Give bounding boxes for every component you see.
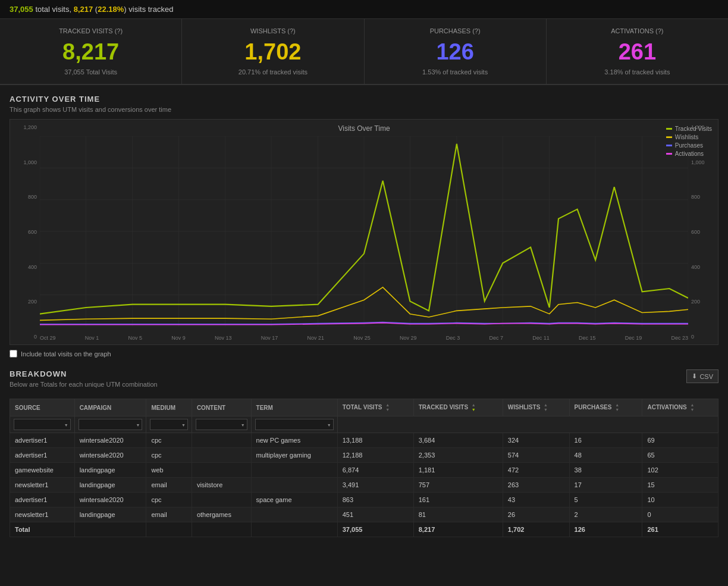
legend-tracked-visits-color — [666, 128, 672, 130]
col-content: CONTENT — [192, 399, 251, 416]
x-labels: Oct 29 Nov 1 Nov 5 Nov 9 Nov 13 Nov 17 N… — [10, 334, 718, 342]
stat-card-0: TRACKED VISITS (?) 8,217 37,055 Total Vi… — [0, 19, 182, 84]
col-medium: MEDIUM — [146, 399, 192, 416]
topbar-text-before: total visits, — [35, 5, 71, 14]
sort-tracked-visits-icon: ▲▼ — [472, 403, 476, 412]
tracked-pct: 22.18% — [98, 5, 124, 14]
breakdown-header: BREAKDOWN Below are Totals for each uniq… — [0, 362, 728, 396]
chart-title: Visits Over Time — [10, 120, 718, 135]
col-activations[interactable]: ACTIVATIONS ▲▼ — [642, 399, 718, 416]
col-wishlists[interactable]: WISHLISTS ▲▼ — [503, 399, 569, 416]
stat-label-1: WISHLISTS (?) — [192, 27, 354, 35]
col-tracked-visits[interactable]: TRACKED VISITS ▲▼ — [413, 399, 503, 416]
checkbox-label: Include total visits on the graph — [21, 350, 111, 358]
stat-label-2: PURCHASES (?) — [374, 27, 536, 35]
filter-content-wrap[interactable] — [196, 419, 247, 430]
topbar-text-after: visits tracked — [128, 5, 173, 14]
stat-value-0: 8,217 — [10, 39, 172, 65]
csv-label: CSV — [699, 373, 713, 380]
stat-sub-0: 37,055 Total Visits — [10, 68, 172, 76]
table-header-row: SOURCE CAMPAIGN MEDIUM CONTENT TERM TOTA… — [10, 399, 718, 416]
svg-chart-area — [40, 136, 688, 327]
stat-label-3: ACTIVATIONS (?) — [556, 27, 718, 35]
filter-term-wrap[interactable] — [255, 419, 334, 430]
chart-svg — [40, 136, 688, 327]
col-campaign: CAMPAIGN — [74, 399, 146, 416]
activity-subtitle: This graph shows UTM visits and conversi… — [10, 106, 718, 113]
table-row: advertiser1 wintersale2020 cpc multiplay… — [10, 448, 718, 463]
col-total-visits[interactable]: TOTAL VISITS ▲▼ — [337, 399, 413, 416]
filter-row — [10, 416, 718, 433]
breakdown-subtitle: Below are Totals for each unique UTM com… — [10, 381, 158, 388]
filter-campaign-select[interactable] — [79, 419, 143, 430]
col-source: SOURCE — [10, 399, 75, 416]
breakdown-title: BREAKDOWN — [10, 369, 158, 378]
table-row: newsletter1 landingpage email visitstore… — [10, 478, 718, 493]
top-bar: 37,055 total visits, 8,217 (22.18%) visi… — [0, 0, 728, 19]
total-row: Total 37,055 8,217 1,702 126 261 — [10, 522, 718, 537]
chart-container: Visits Over Time Tracked Visits Wishlist… — [10, 119, 718, 345]
breakdown-table: SOURCE CAMPAIGN MEDIUM CONTENT TERM TOTA… — [10, 399, 718, 537]
filter-medium-wrap[interactable] — [150, 419, 187, 430]
filter-term-select[interactable] — [255, 419, 334, 430]
download-icon: ⬇ — [692, 372, 697, 380]
stat-value-2: 126 — [374, 39, 536, 65]
stat-sub-1: 20.71% of tracked visits — [192, 68, 354, 76]
table-row: newsletter1 landingpage email othergames… — [10, 507, 718, 522]
sort-activations-icon: ▲▼ — [691, 403, 695, 412]
stat-sub-2: 1.53% of tracked visits — [374, 68, 536, 76]
total-visits-value: 37,055 — [10, 5, 33, 14]
checkbox-row[interactable]: Include total visits on the graph — [0, 345, 728, 362]
sort-purchases-icon: ▲▼ — [615, 403, 619, 412]
stat-card-1: WISHLISTS (?) 1,702 20.71% of tracked vi… — [182, 19, 364, 84]
table-row: advertiser1 wintersale2020 cpc new PC ga… — [10, 433, 718, 448]
activity-section: ACTIVITY OVER TIME This graph shows UTM … — [0, 85, 728, 113]
include-total-visits-checkbox[interactable] — [10, 350, 17, 358]
table-row: advertiser1 wintersale2020 cpc space gam… — [10, 493, 718, 507]
activity-title: ACTIVITY OVER TIME — [10, 95, 718, 104]
col-term: TERM — [251, 399, 337, 416]
stat-card-2: PURCHASES (?) 126 1.53% of tracked visit… — [365, 19, 547, 84]
stat-value-1: 1,702 — [192, 39, 354, 65]
stat-label-0: TRACKED VISITS (?) — [10, 27, 172, 35]
filter-source-select[interactable] — [14, 419, 71, 430]
csv-button[interactable]: ⬇ CSV — [686, 369, 718, 383]
col-purchases[interactable]: PURCHASES ▲▼ — [569, 399, 642, 416]
filter-medium-select[interactable] — [150, 419, 187, 430]
stat-card-3: ACTIVATIONS (?) 261 3.18% of tracked vis… — [547, 19, 728, 84]
y-labels-left: 1,200 1,000 800 600 400 200 0 — [10, 120, 40, 344]
table-row: gamewebsite landingpage web 6,874 1,181 … — [10, 463, 718, 478]
table-body: advertiser1 wintersale2020 cpc new PC ga… — [10, 433, 718, 537]
table-wrapper: SOURCE CAMPAIGN MEDIUM CONTENT TERM TOTA… — [10, 399, 718, 537]
sort-total-visits-icon: ▲▼ — [385, 403, 390, 412]
stat-sub-3: 3.18% of tracked visits — [556, 68, 718, 76]
filter-content-select[interactable] — [196, 419, 247, 430]
sort-wishlists-icon: ▲▼ — [544, 403, 548, 412]
tracked-visits-value: 8,217 — [74, 5, 93, 14]
stats-row: TRACKED VISITS (?) 8,217 37,055 Total Vi… — [0, 19, 728, 85]
y-labels-right: 1,200 1,000 800 600 400 200 0 — [688, 120, 718, 344]
filter-source-wrap[interactable] — [14, 419, 71, 430]
stat-value-3: 261 — [556, 39, 718, 65]
filter-campaign-wrap[interactable] — [79, 419, 143, 430]
